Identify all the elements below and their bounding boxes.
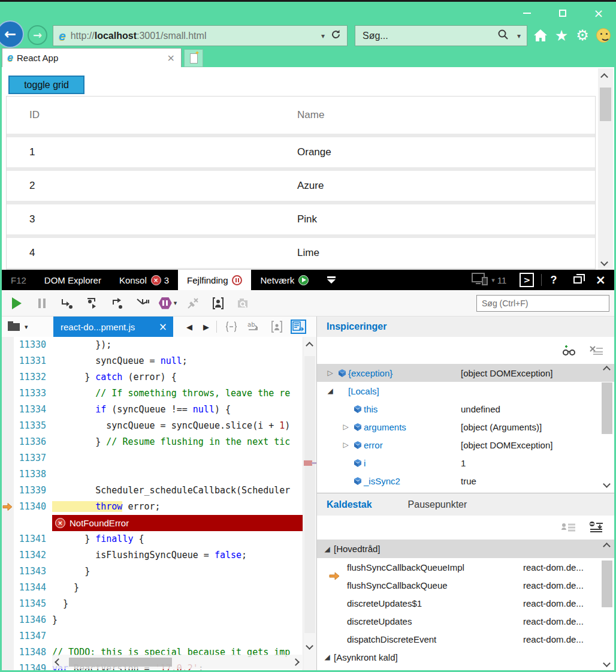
- breakpoint-margin-cell[interactable]: [2, 353, 14, 369]
- favorites-button[interactable]: ★: [553, 26, 570, 45]
- expanded-triangle-icon[interactable]: ◢: [324, 387, 336, 395]
- search-placeholder[interactable]: Søg...: [363, 31, 497, 41]
- device-emulation-button[interactable]: [472, 273, 490, 288]
- watch-scroll-thumb[interactable]: [602, 382, 612, 434]
- code-line[interactable]: 11336 } // Resume flushing in the next t…: [2, 434, 316, 450]
- step-out-button[interactable]: [107, 294, 128, 312]
- break-on-new-worker-button[interactable]: [208, 294, 228, 312]
- search-icon[interactable]: [497, 29, 509, 43]
- scroll-up-icon[interactable]: [603, 543, 611, 550]
- toggle-grid-button[interactable]: toggle grid: [8, 76, 84, 94]
- file-tab-close-button[interactable]: ×: [159, 321, 167, 333]
- breakpoint-margin-cell[interactable]: [2, 369, 14, 385]
- step-into-button[interactable]: [82, 294, 102, 312]
- callstack-scroll-thumb[interactable]: [602, 560, 612, 607]
- document-mode-label[interactable]: 11: [497, 275, 507, 285]
- add-watch-button[interactable]: [559, 342, 578, 359]
- tab-console[interactable]: Konsol × 3: [110, 270, 178, 290]
- breakpoint-margin-cell[interactable]: [2, 450, 14, 466]
- source-maps-button[interactable]: [291, 320, 306, 334]
- back-button[interactable]: ←: [0, 20, 24, 48]
- home-button[interactable]: [532, 26, 549, 45]
- search-bar[interactable]: Søg... ▾: [355, 25, 527, 46]
- tab-network[interactable]: Netværk: [251, 270, 318, 290]
- code-line[interactable]: 11337: [2, 450, 316, 466]
- show-console-button[interactable]: >: [520, 273, 534, 287]
- code-line[interactable]: 11347: [2, 628, 316, 644]
- exception-settings-button[interactable]: ▾: [158, 294, 178, 312]
- show-library-frames-button[interactable]: [559, 519, 578, 536]
- scroll-up-icon[interactable]: [603, 366, 611, 373]
- horizontal-scrollbar[interactable]: [52, 655, 302, 669]
- find-in-files-button[interactable]: [233, 294, 253, 312]
- prev-file-button[interactable]: ◀: [182, 317, 197, 337]
- breakpoint-margin-cell[interactable]: [2, 628, 14, 644]
- break-on-first-statement-button[interactable]: [587, 519, 606, 536]
- close-button[interactable]: ×: [590, 5, 608, 22]
- table-row[interactable]: 4Lime: [7, 238, 595, 268]
- code-line[interactable]: 11330 });: [2, 337, 316, 353]
- break-button[interactable]: [32, 294, 52, 312]
- breakpoint-margin-cell[interactable]: [2, 612, 14, 628]
- page-scrollbar[interactable]: [598, 68, 613, 270]
- collapsed-triangle-icon[interactable]: ▷: [340, 423, 352, 431]
- current-line-arrow-icon[interactable]: [2, 499, 14, 515]
- word-wrap-button[interactable]: ab: [246, 320, 262, 334]
- watch-row[interactable]: _isSync2true: [317, 472, 614, 490]
- watch-row[interactable]: i1: [317, 454, 614, 472]
- disconnect-debugger-button[interactable]: [183, 294, 203, 312]
- stack-frame-row[interactable]: dispatchDiscreteEventreact-dom.de...: [317, 630, 614, 648]
- code-scroll-thumb[interactable]: [304, 356, 315, 633]
- maximize-button[interactable]: [554, 5, 572, 22]
- search-dropdown-button[interactable]: ▾: [517, 32, 521, 40]
- url-dropdown-button[interactable]: ▾: [321, 32, 325, 40]
- breakpoint-margin-cell[interactable]: [2, 402, 14, 418]
- collapsed-triangle-icon[interactable]: ▷: [324, 369, 336, 377]
- breakpoint-margin-cell[interactable]: [2, 418, 14, 434]
- code-line[interactable]: 11332 } catch (error) {: [2, 369, 316, 385]
- next-file-button[interactable]: ▶: [198, 317, 214, 337]
- break-on-next-button[interactable]: [132, 294, 153, 312]
- open-file-button[interactable]: ▾: [8, 323, 28, 331]
- new-tab-button[interactable]: [184, 49, 203, 67]
- table-row[interactable]: 2Azure: [7, 171, 595, 201]
- code-line[interactable]: 11338: [2, 466, 316, 483]
- watch-row[interactable]: ▷{exception}[object DOMException]: [317, 364, 614, 382]
- code-line[interactable]: 11343 }: [2, 563, 316, 580]
- breakpoint-margin-cell[interactable]: [2, 531, 14, 547]
- worker-debugging-button[interactable]: [269, 320, 285, 334]
- emulation-caret-icon[interactable]: ▾: [491, 276, 495, 284]
- code-line[interactable]: 11339 Scheduler_scheduleCallback(Schedul…: [2, 483, 316, 499]
- scroll-left-icon[interactable]: [55, 658, 62, 666]
- stack-frame-row[interactable]: discreteUpdates$1react-dom.de...: [317, 594, 614, 612]
- code-editor[interactable]: 11330 });11331 syncQueue = null;11332 } …: [2, 337, 316, 670]
- hscroll-thumb[interactable]: [69, 658, 172, 667]
- async-group-row[interactable]: ◢ [Asynkront kald]: [317, 648, 614, 666]
- breakpoint-margin-cell[interactable]: [2, 580, 14, 596]
- settings-button[interactable]: ⚙: [574, 26, 591, 45]
- close-devtools-button[interactable]: ×: [590, 273, 614, 287]
- breakpoint-margin-cell[interactable]: [2, 644, 14, 661]
- stack-frame-row[interactable]: flushSyncCallbackQueueImplreact-dom.de..…: [317, 558, 614, 576]
- table-row[interactable]: 1Orange: [7, 137, 595, 167]
- breakpoint-margin-cell[interactable]: [2, 466, 14, 483]
- code-line[interactable]: 11346}: [2, 612, 316, 628]
- minimize-button[interactable]: [518, 5, 536, 22]
- code-line[interactable]: 11340 throw error;: [2, 499, 316, 515]
- source-file-tab[interactable]: react-do...pment.js ×: [53, 317, 173, 337]
- error-position-marker[interactable]: [304, 460, 312, 466]
- browser-tab[interactable]: e React App ×: [2, 48, 182, 67]
- callstack-tab[interactable]: Kaldestak: [327, 499, 372, 510]
- table-row[interactable]: 3Pink: [7, 204, 595, 234]
- breakpoint-margin-cell[interactable]: [2, 385, 14, 402]
- debugger-search-input[interactable]: Søg (Ctrl+F): [476, 295, 609, 312]
- code-line[interactable]: 11341 } finally {: [2, 531, 316, 547]
- code-line[interactable]: 11333 // If something throws, leave the …: [2, 385, 316, 402]
- continue-button[interactable]: [7, 294, 27, 312]
- clear-watches-button[interactable]: [587, 342, 606, 359]
- code-line[interactable]: 11331 syncQueue = null;: [2, 353, 316, 369]
- scroll-thumb[interactable]: [600, 88, 611, 121]
- scroll-up-icon[interactable]: [306, 342, 313, 349]
- scroll-right-icon[interactable]: [292, 658, 300, 666]
- breakpoint-margin-cell[interactable]: [2, 337, 14, 353]
